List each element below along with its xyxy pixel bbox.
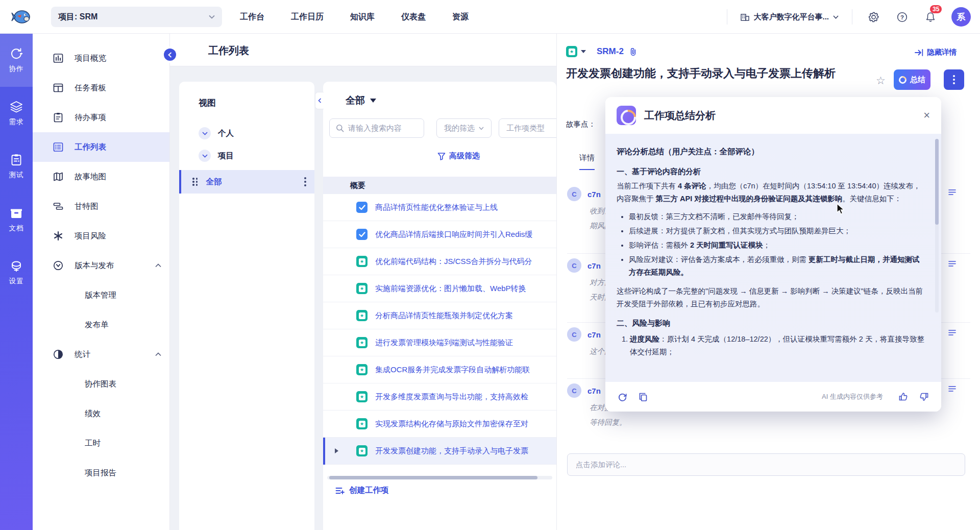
user-avatar[interactable]: 系: [951, 7, 971, 27]
filter-chip-my-filters[interactable]: 我的筛选: [436, 118, 492, 138]
nav-tab-calendar[interactable]: 工作日历: [291, 12, 324, 22]
nav-tab-workbench[interactable]: 工作台: [240, 12, 264, 22]
risk-item: 进度风险：原计划 4 天完成（12/18–12/22），但认证模块重写需额外 2…: [630, 333, 926, 358]
section2-title: 二、风险与影响: [617, 317, 926, 330]
scrollbar-thumb[interactable]: [329, 476, 537, 479]
work-item-row[interactable]: ★ 进行发票管理模块端到端测试与性能验证: [323, 329, 556, 356]
module-rail: 协作 需求 测试 文档 设置: [0, 34, 33, 530]
drag-handle-icon[interactable]: [192, 178, 198, 186]
sidebar-item-release[interactable]: 发布单: [33, 310, 169, 340]
ai-summary-label: 总结: [910, 75, 925, 85]
list-scope-dropdown[interactable]: 全部: [346, 94, 376, 107]
app-logo-fish-icon[interactable]: [11, 7, 32, 27]
tab-details[interactable]: 详情: [579, 153, 595, 170]
svg-text:?: ?: [900, 14, 903, 20]
sidebar-item-stats[interactable]: 统计: [33, 340, 169, 369]
work-item-row[interactable]: ★ 实现发票结构化存储与原始文件加密保存至对: [323, 411, 556, 438]
work-list-icon: [53, 142, 63, 152]
nav-tab-dashboard[interactable]: 仪表盘: [401, 12, 426, 22]
comment-avatar: C: [567, 327, 581, 342]
comment-action-icon[interactable]: [948, 260, 956, 267]
detail-more-button[interactable]: [944, 69, 964, 90]
sidebar-item-storymap[interactable]: 故事地图: [33, 162, 169, 191]
comment-action-icon[interactable]: [948, 189, 956, 196]
rail-item-settings[interactable]: 设置: [0, 246, 33, 299]
rail-item-requirements[interactable]: 需求: [0, 87, 33, 140]
comment-avatar: C: [567, 258, 581, 273]
sidebar-item-gantt[interactable]: 甘特图: [33, 191, 169, 221]
work-item-row-selected[interactable]: ★ 开发发票创建功能，支持手动录入与电子发票: [323, 438, 556, 465]
sidebar-item-board[interactable]: 任务看板: [33, 73, 169, 103]
filter-chip-item-type[interactable]: 工作项类型: [499, 118, 556, 138]
story-type-icon[interactable]: ★: [566, 46, 577, 57]
rail-item-testing[interactable]: 测试: [0, 140, 33, 193]
work-item-row[interactable]: 商品详情页性能优化整体验证与上线: [323, 194, 556, 221]
hide-detail-button[interactable]: 隐藏详情: [915, 47, 957, 57]
sidebar-item-backlog[interactable]: 待办事项: [33, 103, 169, 132]
copy-icon[interactable]: [639, 392, 648, 402]
settings-gear-icon[interactable]: [866, 9, 881, 25]
org-switcher[interactable]: 大客户数字化平台事...: [741, 12, 839, 22]
horizontal-scrollbar[interactable]: [327, 476, 552, 479]
sidebar-item-version-mgmt[interactable]: 版本管理: [33, 280, 169, 310]
view-group-project[interactable]: 项目: [179, 144, 314, 167]
regenerate-icon[interactable]: [618, 392, 627, 402]
star-favorite-icon[interactable]: ☆: [876, 75, 886, 87]
scrollbar-thumb[interactable]: [935, 139, 939, 225]
thumbs-up-icon[interactable]: [898, 392, 908, 401]
nav-tab-knowledge[interactable]: 知识库: [350, 12, 375, 22]
views-panel: 视图 个人 项目 全部: [179, 82, 314, 530]
work-item-row[interactable]: ★ 开发多维度发票查询与导出功能，支持高效检: [323, 383, 556, 411]
notifications-bell-icon[interactable]: 35: [923, 9, 938, 25]
type-dropdown-icon[interactable]: [581, 50, 586, 53]
sidebar-item-label: 工时: [85, 438, 161, 449]
sidebar-item-report[interactable]: 项目报告: [33, 458, 169, 488]
view-group-personal[interactable]: 个人: [179, 122, 314, 144]
section1-title: 一、基于评论内容的分析: [617, 165, 926, 178]
comment-action-icon[interactable]: [948, 386, 956, 392]
sidebar-item-performance[interactable]: 绩效: [33, 399, 169, 428]
expand-caret-icon[interactable]: [335, 448, 338, 453]
list-scope-label: 全部: [346, 94, 365, 107]
sidebar-item-workhours[interactable]: 工时: [33, 428, 169, 458]
thumbs-down-icon[interactable]: [919, 392, 929, 401]
project-selector[interactable]: 项目: SRM: [51, 7, 222, 27]
comment-action-icon[interactable]: [948, 329, 956, 336]
sidebar-item-worklist[interactable]: 工作列表: [33, 132, 169, 162]
work-item-row[interactable]: 优化商品详情后端接口响应时间并引入Redis缓: [323, 221, 556, 248]
nav-tab-resources[interactable]: 资源: [452, 12, 469, 22]
ai-summary-button[interactable]: 总结: [894, 69, 930, 90]
search-input[interactable]: 请输入搜索内容: [329, 118, 424, 138]
sidebar-item-risk[interactable]: 项目风险: [33, 221, 169, 251]
sidebar-item-versions[interactable]: 版本与发布: [33, 251, 169, 280]
modal-scrollbar[interactable]: [935, 139, 939, 312]
work-item-row[interactable]: ★ 优化前端代码结构：JS/CSS合并拆分与代码分: [323, 248, 556, 275]
task-type-icon: [356, 202, 368, 213]
rail-item-label: 文档: [9, 224, 24, 233]
comment-author: c7n: [587, 330, 601, 339]
sidebar-item-overview[interactable]: 项目概览: [33, 43, 169, 73]
work-item-title: 优化前端代码结构：JS/CSS合并拆分与代码分: [375, 257, 532, 267]
work-item-row[interactable]: ★ 分析商品详情页性能瓶颈并制定优化方案: [323, 302, 556, 329]
advanced-filter-button[interactable]: 高级筛选: [437, 151, 480, 161]
sidebar-collapse-button[interactable]: [164, 49, 176, 61]
sidebar-item-collab-charts[interactable]: 协作图表: [33, 369, 169, 399]
org-name: 大客户数字化平台事...: [753, 12, 829, 22]
detail-header: ★ SRM-2: [566, 46, 637, 57]
work-item-row[interactable]: ★ 集成OCR服务并完成发票字段自动解析功能联: [323, 356, 556, 383]
view-more-menu-icon[interactable]: [304, 177, 306, 186]
rail-item-collaboration[interactable]: 协作: [0, 34, 33, 87]
close-icon[interactable]: ×: [923, 110, 930, 121]
rail-item-docs[interactable]: 文档: [0, 193, 33, 246]
ai-disclaimer: AI 生成内容仅供参考: [822, 392, 883, 401]
story-type-icon: ★: [356, 418, 368, 429]
add-comment-input[interactable]: 点击添加评论...: [567, 453, 965, 476]
help-icon[interactable]: ?: [894, 9, 910, 25]
issue-id-link[interactable]: SRM-2: [597, 46, 624, 57]
summary-bullet: 风险应对建议：评估备选方案成本，若必须重做，则需 更新工时与截止日期，并通知测试…: [629, 253, 926, 279]
view-item-all-selected[interactable]: 全部: [179, 170, 314, 194]
story-type-icon: ★: [356, 283, 368, 294]
views-collapse-tab[interactable]: [315, 92, 324, 109]
create-work-item-button[interactable]: 创建工作项: [335, 485, 389, 496]
work-item-row[interactable]: ★ 实施前端资源优化：图片懒加载、WebP转换: [323, 275, 556, 302]
